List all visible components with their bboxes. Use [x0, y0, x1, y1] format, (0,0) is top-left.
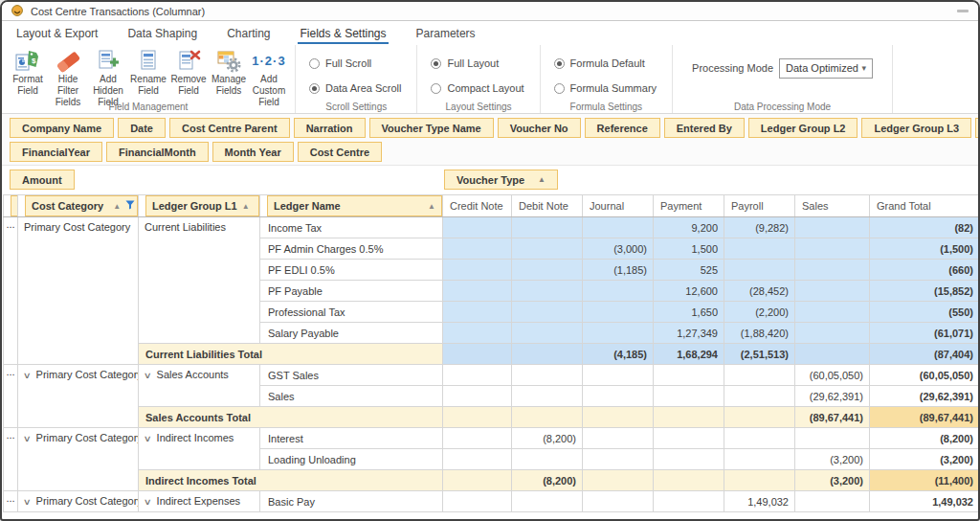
cell-grand-total[interactable]: (660) [870, 260, 980, 281]
cell-value[interactable] [724, 386, 795, 407]
cell-value[interactable]: (2,200) [724, 302, 795, 323]
toolbar-button-add-custom-field[interactable]: 1·2·3Add Custom Field [249, 48, 289, 108]
cell-value[interactable]: (28,452) [724, 281, 795, 302]
cell-value[interactable] [443, 302, 512, 323]
field-button-voucher-type[interactable]: Voucher Type ▲ [444, 170, 558, 190]
cell-value[interactable] [443, 238, 512, 260]
cell-value[interactable]: 525 [654, 260, 724, 281]
cell-value[interactable]: 9,200 [654, 217, 724, 238]
total-cell-value[interactable]: (8,200) [512, 470, 583, 491]
cell-value[interactable] [583, 428, 654, 449]
field-button-financialyear[interactable]: FinancialYear [10, 142, 102, 162]
total-cell-value[interactable] [512, 344, 583, 365]
field-button-reference[interactable]: Reference [585, 118, 660, 138]
cell-value[interactable] [583, 386, 654, 407]
cell-value[interactable] [795, 428, 870, 449]
radio-icon[interactable] [309, 83, 320, 94]
cell-ledger-name[interactable]: PF EDLI 0.5% [260, 260, 443, 281]
cell-ledger-group[interactable]: ∨Indirect Incomes [139, 428, 260, 470]
cell-value[interactable] [583, 491, 654, 512]
total-cell-value[interactable]: (89,67,441) [795, 407, 870, 428]
cell-value[interactable] [512, 386, 583, 407]
cell-value[interactable] [795, 323, 870, 344]
cell-value[interactable] [443, 386, 512, 407]
cell-ledger-group[interactable]: Current Liabilities [139, 217, 260, 344]
total-cell-value[interactable] [724, 407, 795, 428]
radio-icon[interactable] [431, 83, 441, 94]
cell-cost-category[interactable]: ∨Primary Cost Category [18, 491, 139, 512]
cell-grand-total[interactable]: (61,071) [870, 323, 980, 344]
field-button-ledger-group-l4[interactable]: Ledger Group L4 [975, 118, 980, 138]
chevron-down-icon[interactable]: ∨ [23, 371, 32, 380]
cell-value[interactable] [443, 323, 512, 344]
toolbar-button-add-hidden-field[interactable]: Add Hidden Field [88, 48, 128, 108]
toolbar-button-manage-fields[interactable]: Manage Fields [209, 48, 249, 108]
tab-data-shaping[interactable]: Data Shaping [125, 23, 199, 45]
field-button-cost-centre[interactable]: Cost Centre [298, 142, 382, 162]
column-header-debit-note[interactable]: Debit Note [512, 195, 583, 217]
total-cell-value[interactable] [654, 407, 724, 428]
field-button-amount[interactable]: Amount [10, 170, 75, 190]
cell-value[interactable] [443, 365, 512, 386]
cell-ledger-name[interactable]: Income Tax [260, 217, 443, 238]
cell-value[interactable] [654, 365, 724, 386]
cell-value[interactable] [795, 302, 870, 323]
chevron-down-icon[interactable]: ∨ [144, 371, 152, 380]
tab-layout-export[interactable]: Layout & Export [14, 23, 100, 45]
toolbar-button-format-field[interactable]: $Format Field [8, 48, 48, 108]
cell-value[interactable] [583, 217, 654, 238]
toolbar-button-remove-field[interactable]: Remove Field [168, 48, 209, 108]
cell-grand-total[interactable]: (29,62,391) [870, 386, 980, 407]
cell-value[interactable]: (60,05,050) [795, 365, 870, 386]
cell-ledger-name[interactable]: Sales [260, 386, 443, 407]
total-cell-value[interactable] [724, 470, 795, 491]
column-header-payment[interactable]: Payment [654, 195, 724, 217]
cell-grand-total[interactable]: (3,200) [870, 449, 980, 470]
field-button-voucher-type-name[interactable]: Voucher Type Name [369, 118, 494, 138]
cell-grand-total[interactable]: (8,200) [870, 428, 980, 449]
cell-value[interactable] [512, 217, 583, 238]
total-cell-value[interactable] [443, 470, 512, 491]
tab-fields-settings[interactable]: Fields & Settings [298, 23, 388, 45]
cell-ledger-name[interactable]: GST Sales [260, 365, 443, 386]
cell-value[interactable] [724, 428, 795, 449]
total-cell-grand-total[interactable]: (89,67,441) [870, 407, 980, 428]
cell-value[interactable] [795, 238, 870, 260]
cell-value[interactable]: (3,200) [795, 449, 870, 470]
cell-value[interactable]: 1,650 [654, 302, 724, 323]
cell-value[interactable]: (1,88,420) [724, 323, 795, 344]
column-header-sales[interactable]: Sales [795, 195, 870, 217]
cell-ledger-name[interactable]: Loading Unloading [260, 449, 443, 470]
cell-grand-total[interactable]: (60,05,050) [870, 365, 980, 386]
total-cell-value[interactable] [795, 344, 870, 365]
row-header-button-cost-category[interactable]: Cost Category▲ [25, 195, 138, 216]
cell-ledger-group[interactable]: ∨Indirect Expenses [139, 491, 260, 512]
radio-icon[interactable] [554, 83, 565, 94]
group-expand-dots[interactable]: ... [4, 491, 18, 512]
cell-value[interactable]: 1,500 [654, 238, 724, 260]
group-expand-dots[interactable]: ... [4, 428, 18, 491]
chevron-down-icon[interactable]: ∨ [144, 497, 152, 507]
cell-value[interactable]: 1,49,032 [724, 491, 795, 512]
cell-value[interactable] [512, 365, 583, 386]
field-button-cost-centre-parent[interactable]: Cost Centre Parent [169, 118, 290, 138]
cell-value[interactable] [583, 449, 654, 470]
column-header-grand-total[interactable]: Grand Total [870, 195, 980, 217]
cell-value[interactable]: (1,185) [583, 260, 654, 281]
field-button-financialmonth[interactable]: FinancialMonth [106, 142, 209, 162]
cell-value[interactable] [512, 323, 583, 344]
cell-value[interactable] [654, 491, 724, 512]
field-button-entered-by[interactable]: Entered By [664, 118, 745, 138]
cell-ledger-name[interactable]: Interest [260, 428, 443, 449]
cell-grand-total[interactable]: (15,852) [870, 281, 980, 302]
cell-ledger-name[interactable]: PF Payable [260, 281, 443, 302]
radio-icon[interactable] [554, 58, 565, 69]
cell-value[interactable] [443, 281, 512, 302]
cell-value[interactable] [583, 365, 654, 386]
radio-icon[interactable] [431, 58, 441, 69]
cell-value[interactable] [443, 217, 512, 238]
toolbar-button-rename-field[interactable]: Rename Field [128, 48, 168, 108]
cell-value[interactable] [583, 281, 654, 302]
total-row-label[interactable]: Current Liabilities Total [139, 344, 443, 365]
cell-value[interactable] [512, 260, 583, 281]
